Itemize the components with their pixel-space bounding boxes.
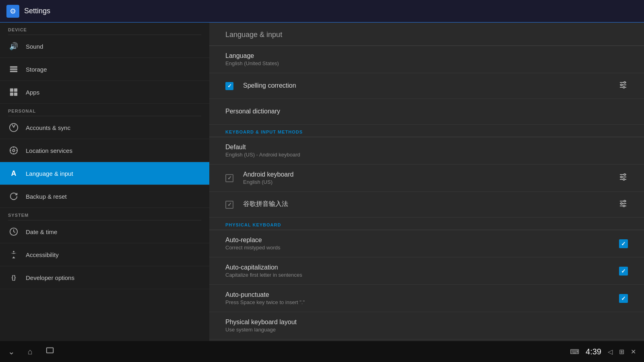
android-keyboard-title: Android keyboard	[243, 171, 612, 178]
sidebar-item-storage[interactable]: Storage	[0, 58, 209, 81]
sidebar-item-language[interactable]: A Language & input	[0, 162, 209, 185]
auto-punctuate-item[interactable]: Auto-punctuate Press Space key twice to …	[209, 285, 644, 312]
sidebar-item-datetime[interactable]: Date & time	[0, 220, 209, 243]
language-title: Language	[225, 52, 628, 60]
keyboard-status-icon: ⌨	[570, 348, 579, 356]
svg-point-24	[624, 174, 625, 175]
nav-back-icon[interactable]: ⌄	[8, 347, 15, 356]
system-section-header: SYSTEM	[0, 208, 209, 220]
svg-point-30	[624, 200, 625, 202]
personal-dictionary-item[interactable]: Personal dictionary	[209, 99, 644, 125]
sidebar-item-developer[interactable]: {} Developer options	[0, 266, 209, 289]
auto-cap-checkbox[interactable]: ✓	[619, 267, 628, 276]
android-keyboard-settings-icon[interactable]	[618, 172, 628, 184]
sidebar-label-sound: Sound	[26, 43, 43, 50]
android-keyboard-text: Android keyboard English (US)	[243, 171, 612, 185]
language-item[interactable]: Language English (United States)	[209, 46, 644, 73]
spelling-checkbox[interactable]	[225, 82, 233, 90]
auto-replace-text: Auto-replace Correct mistyped words	[225, 237, 613, 251]
svg-rect-5	[10, 93, 13, 96]
sidebar-label-storage: Storage	[26, 66, 47, 73]
sidebar-label-accessibility: Accessibility	[26, 251, 59, 258]
sidebar: DEVICE 🔊 Sound Storage Apps PERSONAL Acc…	[0, 23, 209, 341]
screen-icon[interactable]: ⊞	[619, 348, 624, 356]
svg-rect-2	[10, 71, 17, 72]
auto-punct-title: Auto-punctuate	[225, 291, 613, 298]
default-keyboard-item[interactable]: Default English (US) - Android keyboard	[209, 137, 644, 165]
android-keyboard-item[interactable]: ✓ Android keyboard English (US)	[209, 165, 644, 192]
auto-capitalization-item[interactable]: Auto-capitalization Capitalize first let…	[209, 257, 644, 285]
nav-icons: ⌄ ⌂	[8, 346, 54, 357]
auto-punct-checkbox-checked[interactable]: ✓	[619, 294, 628, 303]
phys-layout-text: Physical keyboard layout Use system lang…	[225, 319, 628, 333]
svg-point-8	[12, 149, 15, 152]
auto-punct-checkbox[interactable]: ✓	[619, 294, 628, 303]
auto-punct-text: Auto-punctuate Press Space key twice to …	[225, 291, 613, 305]
developer-icon: {}	[8, 272, 19, 283]
android-keyboard-subtitle: English (US)	[243, 179, 612, 185]
nav-home-icon[interactable]: ⌂	[28, 347, 33, 356]
spelling-settings-icon[interactable]	[618, 80, 628, 92]
sidebar-label-datetime: Date & time	[26, 228, 57, 235]
android-keyboard-checkbox[interactable]: ✓	[225, 174, 233, 182]
default-keyboard-text: Default English (US) - Android keyboard	[225, 144, 628, 158]
auto-cap-subtitle: Capitalize first letter in sentences	[225, 272, 613, 278]
datetime-icon	[8, 226, 19, 237]
location-icon	[8, 145, 19, 156]
spelling-checkbox-container	[225, 80, 237, 92]
sidebar-item-accessibility[interactable]: Accessibility	[0, 243, 209, 266]
sidebar-item-accounts[interactable]: Accounts & sync	[0, 116, 209, 139]
app-title: Settings	[24, 7, 50, 15]
pinyin-text: 谷歌拼音输入法	[243, 200, 612, 209]
content-header: Language & input	[209, 23, 644, 46]
sidebar-item-backup[interactable]: Backup & reset	[0, 185, 209, 208]
pinyin-settings-icon[interactable]	[618, 199, 628, 210]
pinyin-checkbox-container: ✓	[225, 199, 237, 210]
default-keyboard-title: Default	[225, 144, 628, 151]
svg-point-20	[623, 86, 625, 88]
main-layout: DEVICE 🔊 Sound Storage Apps PERSONAL Acc…	[0, 23, 644, 341]
physical-keyboard-label: PHYSICAL KEYBOARD	[209, 218, 644, 230]
physical-keyboard-layout-item[interactable]: Physical keyboard layout Use system lang…	[209, 312, 644, 339]
spelling-correction-item[interactable]: Spelling correction	[209, 73, 644, 99]
svg-point-31	[621, 203, 622, 204]
svg-rect-6	[14, 93, 17, 96]
auto-replace-checkbox[interactable]: ✓	[619, 239, 628, 248]
sidebar-label-developer: Developer options	[26, 274, 74, 281]
spelling-title: Spelling correction	[243, 82, 612, 89]
phys-layout-title: Physical keyboard layout	[225, 319, 628, 326]
spelling-item-text: Spelling correction	[243, 82, 612, 90]
language-subtitle: English (United States)	[225, 60, 628, 66]
storage-icon	[8, 64, 19, 75]
sidebar-item-location[interactable]: Location services	[0, 139, 209, 162]
auto-cap-checkbox-checked[interactable]: ✓	[619, 267, 628, 276]
backup-icon	[8, 191, 19, 202]
close-icon[interactable]: ✕	[631, 348, 636, 356]
google-pinyin-item[interactable]: ✓ 谷歌拼音输入法	[209, 192, 644, 218]
language-icon: A	[8, 168, 19, 179]
sidebar-item-apps[interactable]: Apps	[0, 81, 209, 104]
language-item-text: Language English (United States)	[225, 52, 628, 66]
svg-rect-4	[14, 88, 17, 92]
svg-point-7	[10, 147, 17, 154]
svg-point-25	[621, 176, 622, 178]
android-keyboard-checkbox-container: ✓	[225, 173, 237, 184]
auto-cap-text: Auto-capitalization Capitalize first let…	[225, 264, 613, 278]
sidebar-label-location: Location services	[26, 147, 72, 154]
sidebar-item-sound[interactable]: 🔊 Sound	[0, 35, 209, 58]
personal-section-header: PERSONAL	[0, 104, 209, 116]
share-icon[interactable]: ◁	[608, 348, 613, 356]
clock-display: 4:39	[586, 347, 601, 356]
auto-replace-item[interactable]: Auto-replace Correct mistyped words ✓	[209, 230, 644, 257]
pinyin-title: 谷歌拼音输入法	[243, 200, 612, 208]
svg-rect-1	[10, 68, 17, 70]
device-section-header: DEVICE	[0, 23, 209, 35]
personal-dict-text: Personal dictionary	[225, 108, 628, 116]
sidebar-label-apps: Apps	[26, 89, 39, 96]
auto-replace-checkbox-checked[interactable]: ✓	[619, 239, 628, 248]
default-keyboard-subtitle: English (US) - Android keyboard	[225, 152, 628, 158]
pinyin-checkbox[interactable]: ✓	[225, 201, 233, 209]
sidebar-label-accounts: Accounts & sync	[26, 124, 70, 131]
nav-recent-icon[interactable]	[45, 346, 54, 357]
svg-rect-0	[10, 66, 17, 68]
